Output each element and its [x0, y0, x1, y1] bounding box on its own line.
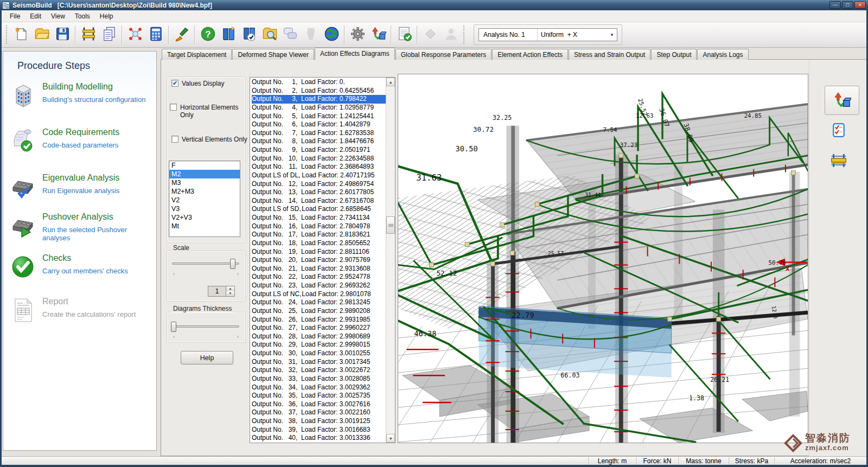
settings-gear-button[interactable] [347, 24, 368, 45]
output-row[interactable]: Output No.22, Load Factor: 2.9524778 [252, 273, 386, 282]
section-display-button[interactable] [828, 151, 850, 172]
toolbar-grip-2[interactable] [463, 25, 466, 44]
diagram-option-v2[interactable]: V2 [169, 196, 240, 204]
help-button[interactable]: ? [197, 24, 218, 45]
checkbox-horizontal-elements-only[interactable]: Horizontal Elements Only [170, 104, 241, 119]
thickness-slider[interactable] [172, 325, 239, 328]
menu-edit[interactable]: Edit [25, 11, 46, 22]
output-row[interactable]: Output No.31, Load Factor: 3.0017345 [252, 358, 386, 367]
tab-stress-and-strain-output[interactable]: Stress and Strain Output [569, 49, 650, 60]
paintbrush-button[interactable] [171, 24, 192, 45]
toolbar-grip[interactable] [6, 25, 9, 44]
diagram-option-mt[interactable]: Mt [169, 222, 240, 231]
sidebar-item-code-requirements[interactable]: Code RequirementsCode-based parameters [11, 126, 152, 160]
checkbox-box-icon[interactable] [170, 104, 177, 111]
output-row[interactable]: Output No.2, Load Factor: 0.64255456 [252, 87, 386, 95]
output-row[interactable]: Output No.24, Load Factor: 2.9813245 [252, 298, 386, 307]
output-row[interactable]: Output No.30, Load Factor: 3.0010255 [252, 349, 386, 358]
diagram-option-v3[interactable]: V3 [169, 204, 240, 213]
scroll-down-button[interactable]: ▼ [386, 434, 395, 443]
documents-button[interactable] [99, 24, 119, 45]
calculator-button[interactable] [145, 24, 166, 45]
scale-value[interactable]: 1 [208, 286, 226, 296]
output-row[interactable]: Output No.37, Load Factor: 3.0022160 [252, 408, 386, 417]
tab-element-action-effects[interactable]: Element Action Effects [492, 49, 568, 60]
output-row[interactable]: Output No.27, Load Factor: 2.9960227 [252, 324, 386, 332]
checks-display-button[interactable] [828, 120, 850, 142]
save-button[interactable] [52, 24, 73, 45]
thickness-slider-thumb[interactable] [171, 322, 176, 332]
spin-down-icon[interactable]: ▼ [226, 291, 234, 296]
menu-help[interactable]: Help [95, 11, 118, 22]
selected-beam[interactable] [479, 306, 672, 378]
display-options-button[interactable] [825, 86, 859, 115]
output-row[interactable]: Output No.6, Load Factor: 1.4042879 [252, 120, 386, 129]
output-row[interactable]: Output No.20, Load Factor: 2.9075769 [252, 256, 386, 265]
globe-button[interactable] [321, 24, 342, 45]
output-row[interactable]: Output No.34, Load Factor: 3.0029362 [252, 383, 386, 392]
diagram-option-m2-m3[interactable]: M2+M3 [169, 187, 240, 196]
output-row[interactable]: Output No.29, Load Factor: 2.9998015 [252, 341, 386, 349]
output-row[interactable]: Output No.32, Load Factor: 3.0022672 [252, 366, 386, 375]
maximize-button[interactable]: □ [842, 1, 853, 9]
scale-slider[interactable] [172, 263, 239, 265]
output-row[interactable]: Output LS of SD, Load Factor: 2.6858645 [252, 205, 386, 214]
diagram-option-v2-v3[interactable]: V2+V3 [169, 213, 240, 222]
close-button[interactable]: × [854, 1, 866, 9]
checkbox-box-icon[interactable]: ✔ [171, 80, 178, 87]
diagram-type-listbox[interactable]: FM2M3M2+M3V2V3V2+V3Mt [169, 161, 240, 237]
scale-slider-thumb[interactable] [230, 259, 235, 269]
output-row[interactable]: Output No.5, Load Factor: 1.24125441 [252, 112, 386, 121]
tab-global-response-parameters[interactable]: Global Response Parameters [395, 49, 492, 60]
tab-deformed-shape-viewer[interactable]: Deformed Shape Viewer [232, 49, 314, 60]
output-row[interactable]: Output No.23, Load Factor: 2.9693262 [252, 282, 386, 290]
frame-section-button[interactable] [78, 24, 99, 45]
arrows-cube-button[interactable] [368, 24, 388, 45]
output-row[interactable]: Output No.18, Load Factor: 2.8505652 [252, 239, 386, 248]
tab-target-displacement[interactable]: Target Displacement [162, 49, 232, 60]
checkbox-vertical-elements-only[interactable]: Vertical Elements Only [171, 136, 258, 143]
menu-tools[interactable]: Tools [70, 11, 95, 22]
folder-search-button[interactable] [259, 24, 280, 45]
spin-up-icon[interactable]: ▲ [226, 286, 234, 291]
output-row[interactable]: Output LS of NC, Load Factor: 2.9801078 [252, 290, 386, 299]
output-scrollbar[interactable]: ▲ ▼ [386, 78, 395, 443]
output-steps-list[interactable]: Output No.1, Load Factor: 0.Output No.2,… [250, 77, 395, 443]
output-row[interactable]: Output No.26, Load Factor: 2.9931985 [252, 316, 386, 324]
output-row[interactable]: Output No.21, Load Factor: 2.9313608 [252, 265, 386, 273]
output-row[interactable]: Output No.38, Load Factor: 3.0019125 [252, 417, 386, 426]
report-check-button[interactable] [394, 24, 414, 45]
new-file-button[interactable] [11, 24, 31, 45]
scroll-up-button[interactable]: ▲ [386, 78, 395, 86]
sidebar-item-pushover-analysis[interactable]: Pushover AnalysisRun the selected Pushov… [11, 211, 152, 245]
book-spark-button[interactable] [218, 24, 239, 45]
output-row[interactable]: Output No.17, Load Factor: 2.8183621 [252, 231, 386, 239]
checkbox-box-icon[interactable] [171, 136, 178, 143]
output-row[interactable]: Output No.25, Load Factor: 2.9890208 [252, 307, 386, 316]
sidebar-item-eigenvalue-analysis[interactable]: Eigenvalue AnalysisRun Eigenvalue analys… [11, 172, 152, 206]
tab-action-effects-diagrams[interactable]: Action Effects Diagrams [315, 48, 395, 60]
output-row[interactable]: Output No.40, Load Factor: 3.0013336 [252, 434, 386, 443]
structure-3d-canvas[interactable]: x 31.6330.5030.7232.2512.637.5437.2324.8… [398, 74, 808, 443]
output-row[interactable]: Output No.39, Load Factor: 3.0016683 [252, 426, 386, 434]
model-3d-viewport[interactable]: x 31.6330.5030.7232.2512.637.5437.2324.8… [398, 74, 808, 443]
output-row[interactable]: Output No.15, Load Factor: 2.7341134 [252, 214, 386, 222]
output-row[interactable]: Output No.36, Load Factor: 3.0027616 [252, 400, 386, 409]
output-row[interactable]: Output No.28, Load Factor: 2.9980689 [252, 332, 386, 341]
tab-step-output[interactable]: Step Output [651, 49, 697, 60]
title-bar[interactable]: SeismoBuild [C:\Users\santon\Desktop\Zoi… [0, 0, 868, 10]
node-structure-button[interactable] [125, 24, 145, 45]
scroll-thumb[interactable] [386, 216, 395, 234]
output-row[interactable]: Output No.11, Load Factor: 2.36864893 [252, 163, 386, 171]
diagram-option-m3[interactable]: M3 [169, 178, 240, 187]
sidebar-item-checks[interactable]: ChecksCarry out members' checks [11, 252, 152, 286]
open-folder-button[interactable] [31, 24, 52, 45]
output-row[interactable]: Output No.7, Load Factor: 1.62783538 [252, 129, 386, 138]
menu-file[interactable]: File [5, 11, 25, 22]
menu-view[interactable]: View [46, 11, 70, 22]
minimize-button[interactable]: — [829, 1, 841, 9]
output-row[interactable]: Output No.9, Load Factor: 2.0501971 [252, 146, 386, 155]
output-row[interactable]: Output No.3, Load Factor: 0.798422 [252, 95, 386, 104]
output-row[interactable]: Output No.35, Load Factor: 3.0025735 [252, 392, 386, 400]
output-row[interactable]: Output No.1, Load Factor: 0. [252, 78, 386, 87]
